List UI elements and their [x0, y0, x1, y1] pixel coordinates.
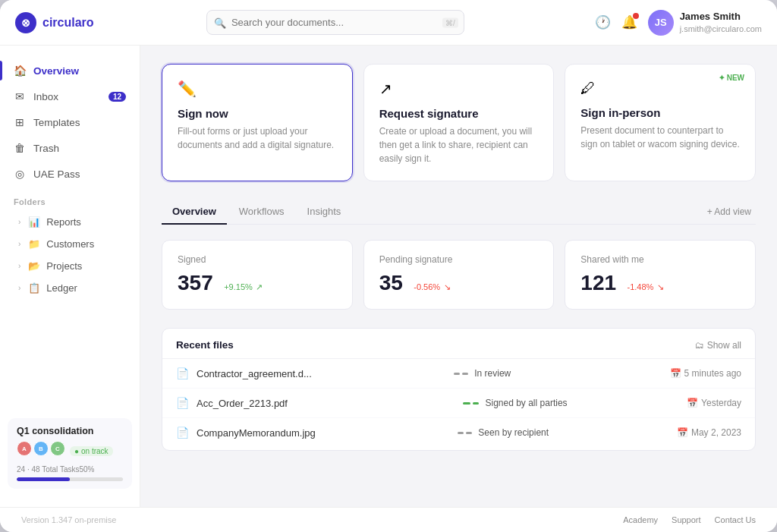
- q1-track-label: on track: [81, 447, 109, 455]
- tabs-row: Overview Workflows Insights + Add view: [162, 200, 756, 225]
- tab-overview[interactable]: Overview: [162, 200, 227, 225]
- new-badge: ✦ NEW: [719, 74, 744, 82]
- q1-progress-bar: [17, 477, 123, 481]
- q1-meta: 24 · 48 Total Tasks50%: [17, 465, 95, 474]
- folder-label-projects: Projects: [46, 260, 82, 272]
- q1-box: Q1 consolidation A B C ● on track 24 · 4…: [8, 418, 132, 489]
- avatar: JS: [648, 10, 674, 36]
- stat-pending-value: 35: [379, 271, 403, 294]
- request-signature-card[interactable]: ↗ Request signature Create or upload a d…: [363, 64, 555, 181]
- sign-now-icon: ✏️: [178, 80, 337, 98]
- sign-now-card[interactable]: ✏️ Sign now Fill-out forms or just uploa…: [162, 64, 353, 181]
- q1-avatar-3: C: [50, 441, 65, 456]
- app-name: circularo: [42, 16, 94, 30]
- search-shortcut: ⌘/: [442, 17, 458, 27]
- sidebar-item-templates[interactable]: ⊞ Templates: [0, 109, 140, 135]
- table-row[interactable]: 📄 Acc_Order_2213.pdf Signed by all parti…: [162, 389, 755, 418]
- customers-icon: 📁: [28, 238, 40, 250]
- topbar: ⊗ circularo 🔍 ⌘/ 🕐 🔔 JS James Smith j.sm…: [0, 0, 777, 46]
- sidebar-item-customers[interactable]: › 📁 Customers: [0, 233, 140, 255]
- user-name: James Smith: [680, 11, 762, 24]
- file-icon-2: 📄: [176, 397, 189, 409]
- status-dot: [462, 373, 468, 375]
- q1-avatar-2: B: [33, 441, 49, 456]
- sidebar-label-trash: Trash: [33, 143, 59, 154]
- notification-dot: [633, 13, 639, 19]
- q1-title: Q1 consolidation: [17, 426, 123, 436]
- sidebar-label-uae-pass: UAE Pass: [33, 168, 80, 180]
- notification-icon[interactable]: 🔔: [621, 14, 637, 30]
- stat-shared-label: Shared with me: [580, 254, 740, 265]
- search-icon: 🔍: [214, 17, 226, 28]
- sidebar: 🏠 Overview ✉ Inbox 12 ⊞ Templates 🗑 Tras…: [0, 46, 140, 507]
- table-row[interactable]: 📄 CompanyMemorandum.jpg Seen by recipien…: [162, 418, 755, 447]
- sidebar-item-reports[interactable]: › 📊 Reports: [0, 211, 140, 233]
- stat-shared-value: 121: [580, 271, 616, 294]
- sign-now-title: Sign now: [178, 107, 337, 120]
- trash-icon: 🗑: [14, 142, 26, 154]
- footer-contact[interactable]: Contact Us: [715, 515, 756, 524]
- sidebar-item-uae-pass[interactable]: ◎ UAE Pass: [0, 161, 140, 187]
- show-all-button[interactable]: 🗂 Show all: [695, 340, 741, 351]
- tab-workflows[interactable]: Workflows: [228, 200, 295, 225]
- stat-shared: Shared with me 121 -1.48% ↘: [565, 240, 756, 310]
- logo: ⊗ circularo: [15, 12, 137, 33]
- uae-pass-icon: ◎: [14, 168, 26, 180]
- sidebar-item-overview[interactable]: 🏠 Overview: [0, 58, 140, 83]
- q1-avatar-1: A: [17, 441, 32, 456]
- status-dot: [454, 373, 460, 375]
- footer-academy[interactable]: Academy: [623, 515, 658, 524]
- stat-signed-change: +9.15%: [224, 282, 253, 291]
- q1-progress-row: 24 · 48 Total Tasks50%: [17, 465, 123, 474]
- folders-label: Folders: [0, 187, 140, 211]
- status-text-3: Seen by recipient: [478, 427, 549, 438]
- reports-icon: 📊: [28, 216, 40, 228]
- status-text-2: Signed by all parties: [485, 398, 567, 408]
- status-dot: [458, 432, 464, 434]
- sign-in-person-title: Sign in-person: [580, 106, 740, 119]
- request-signature-desc: Create or upload a document, you will th…: [379, 124, 539, 165]
- sidebar-item-ledger[interactable]: › 📋 Ledger: [0, 277, 140, 299]
- stat-pending-change: -0.56%: [414, 282, 440, 291]
- stat-pending-label: Pending signature: [379, 254, 539, 265]
- add-view-button[interactable]: + Add view: [703, 200, 756, 223]
- chevron-reports-icon: ›: [18, 218, 20, 226]
- status-dots-1: [454, 373, 468, 375]
- q1-progress-fill: [17, 477, 70, 481]
- sidebar-label-templates: Templates: [33, 117, 80, 128]
- sign-in-person-card[interactable]: ✦ NEW 🖊 Sign in-person Present document …: [565, 64, 756, 181]
- status-text-1: In review: [474, 368, 511, 379]
- history-icon[interactable]: 🕐: [595, 14, 611, 30]
- footer-support[interactable]: Support: [672, 515, 701, 524]
- sidebar-item-projects[interactable]: › 📂 Projects: [0, 255, 140, 277]
- action-cards: ✏️ Sign now Fill-out forms or just uploa…: [162, 64, 756, 181]
- file-name-1: Contractor_agreement.d...: [197, 368, 446, 379]
- table-row[interactable]: 📄 Contractor_agreement.d... In review 📅 …: [162, 359, 755, 389]
- sign-in-person-desc: Present document to counterpart to sign …: [580, 124, 740, 151]
- user-info[interactable]: JS James Smith j.smith@circularo.com: [648, 10, 762, 36]
- sidebar-item-inbox[interactable]: ✉ Inbox 12: [0, 83, 140, 109]
- file-name-2: Acc_Order_2213.pdf: [197, 398, 455, 409]
- status-dots-2: [463, 402, 479, 405]
- status-dot: [463, 402, 470, 405]
- stat-shared-change: -1.48%: [628, 282, 654, 291]
- tab-insights[interactable]: Insights: [297, 200, 352, 225]
- logo-icon: ⊗: [15, 12, 36, 33]
- file-status-2: Signed by all parties: [463, 398, 679, 408]
- stat-pending: Pending signature 35 -0.56% ↘: [363, 240, 555, 310]
- status-dot: [473, 402, 479, 405]
- search-input[interactable]: [206, 10, 464, 35]
- topbar-right: 🕐 🔔 JS James Smith j.smith@circularo.com: [595, 10, 762, 36]
- file-status-1: In review: [454, 368, 662, 379]
- projects-icon: 📂: [28, 260, 40, 272]
- user-email: j.smith@circularo.com: [680, 24, 762, 34]
- file-icon-3: 📄: [176, 427, 189, 439]
- folder-label-customers: Customers: [46, 238, 94, 250]
- ledger-icon: 📋: [28, 282, 40, 294]
- sidebar-item-trash[interactable]: 🗑 Trash: [0, 135, 140, 161]
- stat-signed-label: Signed: [178, 254, 337, 265]
- chevron-customers-icon: ›: [18, 240, 20, 248]
- inbox-badge: 12: [109, 92, 126, 102]
- request-signature-title: Request signature: [379, 107, 539, 120]
- stat-signed: Signed 357 +9.15% ↗: [162, 240, 353, 310]
